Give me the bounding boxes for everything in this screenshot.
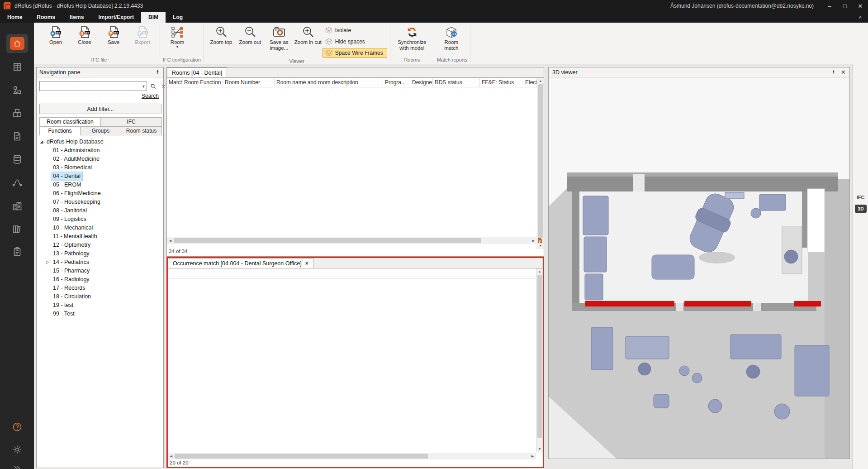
menu-tab-items[interactable]: Items: [62, 12, 91, 23]
rooms-column-header[interactable]: Progra...: [383, 78, 410, 87]
ribbon: IFC Open IFC Close IFC Save IFC Export I…: [34, 23, 868, 64]
menu-tab-log[interactable]: Log: [166, 12, 190, 23]
tree-item-14-pediatrics[interactable]: ▷14 - Pediatrics: [38, 258, 161, 267]
expander-icon[interactable]: ▷: [45, 258, 51, 267]
occurrence-horizontal-scrollbar[interactable]: ◀▶: [168, 453, 536, 459]
space-wire-frames-toggle[interactable]: Space Wire Frames: [323, 48, 387, 58]
tree-item-10-mechanical[interactable]: 10 - Mechanical: [38, 224, 161, 232]
tree-item-09-logistics[interactable]: 09 - Logistics: [38, 215, 161, 224]
dropdown-caret-icon: ▼: [175, 45, 179, 49]
maximize-button[interactable]: □: [837, 0, 853, 12]
rooms-column-header[interactable]: RDS status: [433, 78, 480, 87]
zoom-in-cut-button[interactable]: Zoom in cut: [294, 24, 323, 45]
pin-icon[interactable]: [831, 70, 836, 75]
tree-item-13-pathology[interactable]: 13 - Pathology: [38, 249, 161, 258]
zoom-minus-icon: [244, 25, 256, 39]
sidebar-settings-button[interactable]: [6, 440, 28, 459]
nav-tab-functions[interactable]: Functions: [39, 126, 81, 135]
rooms-column-header[interactable]: Match: [167, 78, 182, 87]
room-match-button[interactable]: 1:1 Room match: [437, 24, 466, 51]
sidebar-help-button[interactable]: [6, 417, 28, 436]
tree-item-18-circulation[interactable]: 18 - Circulation: [38, 292, 161, 301]
camera-icon: [272, 25, 286, 39]
tree-item-05-erom[interactable]: 05 - EROM: [38, 181, 161, 189]
collapse-ribbon-chevron-icon[interactable]: ˄: [853, 12, 868, 23]
minimize-button[interactable]: –: [822, 0, 837, 12]
close-button[interactable]: ✕: [853, 0, 868, 12]
sidebar-items-button[interactable]: [6, 81, 28, 100]
menu-tab-bim[interactable]: BIM: [141, 12, 166, 23]
tree-item-01-administration[interactable]: 01 - Administration: [38, 146, 161, 155]
tree-item-11-mentalhealth[interactable]: 11 - MentalHealth: [38, 232, 161, 241]
sidebar-library-button[interactable]: [6, 220, 28, 239]
save-as-image-button[interactable]: Save as image...: [265, 24, 294, 51]
rooms-vertical-scrollbar[interactable]: ▲▼: [537, 78, 544, 249]
sidebar-connections-button[interactable]: [6, 173, 28, 192]
synchronize-with-model-button[interactable]: Synchronize with model: [393, 24, 431, 51]
close-panel-icon[interactable]: ✕: [841, 69, 846, 76]
close-ifc-button[interactable]: IFC Close: [70, 24, 99, 45]
sidebar-documents-button[interactable]: [6, 127, 28, 146]
sidebar-products-button[interactable]: [6, 104, 28, 123]
report-icon[interactable]: [536, 237, 543, 244]
nav-tab-ifc[interactable]: IFC: [100, 117, 162, 126]
rooms-column-header[interactable]: Designe...: [410, 78, 433, 87]
rooms-column-header[interactable]: Room Number: [223, 78, 275, 87]
rooms-column-header[interactable]: Room name and room description: [275, 78, 383, 87]
tree-item-12-optometry[interactable]: 12 - Optometry: [38, 241, 161, 249]
isolate-toggle[interactable]: Isolate: [323, 25, 387, 35]
tree-item-19-test[interactable]: 19 - test: [38, 301, 161, 310]
tree-item-07-housekeeping[interactable]: 07 - Housekeeping: [38, 198, 161, 206]
add-filter-button[interactable]: Add filter...: [39, 104, 161, 114]
search-link[interactable]: Search: [142, 93, 159, 99]
tree-item-04-dental[interactable]: 04 - Dental: [38, 172, 161, 181]
menu-tab-rooms[interactable]: Rooms: [29, 12, 62, 23]
tree-root[interactable]: ◢dRofus Help Database: [38, 138, 161, 146]
zoom-top-button[interactable]: Zoom top: [207, 24, 236, 45]
3d-scene[interactable]: [549, 77, 849, 459]
save-ifc-icon: IFC: [107, 25, 120, 39]
room-config-button[interactable]: Room ▼: [163, 24, 192, 49]
nav-tab-room-classification[interactable]: Room classification: [39, 117, 101, 126]
save-ifc-button[interactable]: IFC Save: [99, 24, 128, 45]
close-tab-icon[interactable]: ×: [305, 260, 308, 267]
tree-item-02-adultmedicine[interactable]: 02 - AdultMedicine: [38, 155, 161, 163]
search-icon[interactable]: [148, 81, 157, 91]
rooms-column-header[interactable]: FF&E: Status: [480, 78, 523, 87]
tree-item-03-biomedical[interactable]: 03 - Biomedical: [38, 163, 161, 172]
search-input[interactable]: ▾: [39, 81, 147, 91]
rooms-column-header[interactable]: Elect: [523, 78, 537, 87]
tree-item-16-radiology[interactable]: 16 - Radiology: [38, 275, 161, 284]
tree-item-15-pharmacy[interactable]: 15 - Pharmacy: [38, 267, 161, 275]
occurrence-vertical-scrollbar[interactable]: ▲▼: [536, 268, 543, 452]
sidebar-expand-button[interactable]: [6, 460, 28, 469]
sidebar-database-button[interactable]: [6, 150, 28, 169]
zoom-out-button[interactable]: Zoom out: [236, 24, 265, 45]
products-icon: [12, 108, 23, 119]
nav-tab-room-status[interactable]: Room status: [121, 126, 162, 135]
occurrence-match-tab[interactable]: Occurrence match [04.004 - Dental Surgeo…: [168, 258, 313, 268]
expander-icon[interactable]: ◢: [38, 138, 45, 146]
3d-badge[interactable]: 3D: [855, 205, 867, 213]
rooms-column-header[interactable]: Room Function #:: [182, 78, 223, 87]
open-button[interactable]: IFC Open: [41, 24, 70, 45]
tree-item-06-flightmedicine[interactable]: 06 - FlightMedicine: [38, 189, 161, 198]
export-ifc-button[interactable]: IFC Export: [128, 24, 157, 45]
menu-tab-home[interactable]: Home: [0, 12, 29, 23]
sidebar-reports-button[interactable]: [6, 242, 28, 261]
tree-item-99-test[interactable]: 99 - Test: [38, 310, 161, 318]
ribbon-group-label: IFC file: [41, 57, 157, 64]
sidebar-home-button[interactable]: [6, 34, 28, 53]
window-title: dRofus [dRofus - dRofus Help Database] 2…: [14, 3, 143, 9]
hide-spaces-toggle[interactable]: Hide spaces: [323, 37, 387, 47]
sidebar-facility-button[interactable]: [6, 196, 28, 215]
sidebar-rooms-button[interactable]: [6, 57, 28, 77]
menu-tab-import-export[interactable]: Import/Export: [91, 12, 141, 23]
tree-item-17-records[interactable]: 17 - Records: [38, 284, 161, 292]
tree-item-08-janitorial[interactable]: 08 - Janitorial: [38, 206, 161, 215]
nav-tab-groups[interactable]: Groups: [80, 126, 121, 135]
pin-icon[interactable]: [155, 69, 161, 75]
rooms-tab[interactable]: Rooms [04 - Dental]: [167, 67, 227, 77]
rooms-horizontal-scrollbar[interactable]: ◀▶: [167, 237, 537, 244]
combo-caret-icon[interactable]: ▾: [142, 84, 145, 89]
